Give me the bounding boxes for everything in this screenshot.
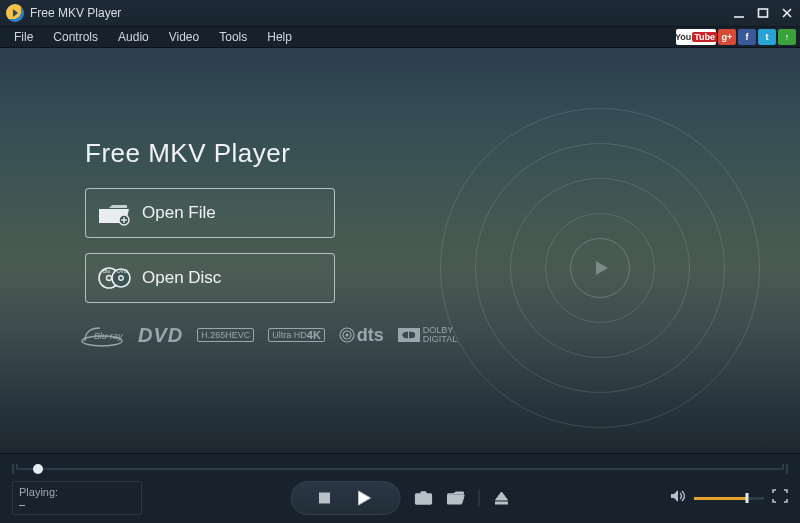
svg-rect-21: [496, 502, 508, 504]
playback-pill: [291, 481, 401, 515]
close-button[interactable]: [780, 6, 794, 20]
volume-control[interactable]: [670, 489, 764, 507]
seek-bar[interactable]: [12, 460, 788, 477]
menu-tools[interactable]: Tools: [209, 28, 257, 46]
open-disc-label: Open Disc: [142, 268, 221, 288]
maximize-button[interactable]: [756, 6, 770, 20]
now-playing-value: –: [19, 498, 135, 510]
eject-button[interactable]: [494, 491, 510, 505]
volume-track[interactable]: [694, 497, 764, 500]
svg-rect-1: [759, 9, 768, 17]
controls-bar: Playing: –: [0, 453, 800, 523]
page-heading: Free MKV Player: [85, 138, 290, 169]
titlebar: Free MKV Player: [0, 0, 800, 26]
play-icon: [570, 238, 630, 298]
volume-knob[interactable]: [745, 493, 748, 503]
bluray-icon: Blu-ray: [80, 323, 124, 347]
dvd-icon: DVD: [138, 324, 183, 347]
now-playing-panel: Playing: –: [12, 481, 142, 515]
social-youtube[interactable]: YouTube: [676, 29, 716, 45]
menu-audio[interactable]: Audio: [108, 28, 159, 46]
svg-point-8: [107, 276, 112, 281]
snapshot-button[interactable]: [415, 491, 433, 505]
uhd4k-badge: Ultra HD4K: [268, 328, 325, 342]
menu-controls[interactable]: Controls: [43, 28, 108, 46]
svg-text:Blu-ray: Blu-ray: [94, 331, 123, 341]
social-twitter[interactable]: t: [758, 29, 776, 45]
open-file-label: Open File: [142, 203, 216, 223]
menu-video[interactable]: Video: [159, 28, 209, 46]
social-googleplus[interactable]: g+: [718, 29, 736, 45]
app-logo-icon: [6, 4, 24, 22]
main-area: Free MKV Player Open File BluDVD Open Di…: [0, 48, 800, 453]
menu-file[interactable]: File: [4, 28, 43, 46]
play-button[interactable]: [355, 489, 373, 507]
separator: [479, 489, 480, 507]
open-button[interactable]: [447, 491, 465, 505]
social-upload[interactable]: ↑: [778, 29, 796, 45]
folder-plus-icon: [86, 200, 142, 226]
h265-badge: H.265HEVC: [197, 328, 254, 342]
menubar: File Controls Audio Video Tools Help You…: [0, 26, 800, 48]
stop-button[interactable]: [319, 492, 331, 504]
seek-knob[interactable]: [33, 464, 43, 474]
now-playing-label: Playing:: [19, 486, 135, 498]
app-title: Free MKV Player: [30, 6, 121, 20]
svg-point-17: [345, 334, 348, 337]
volume-icon[interactable]: [670, 489, 688, 507]
disc-icon: BluDVD: [86, 264, 142, 292]
menu-help[interactable]: Help: [257, 28, 302, 46]
open-file-button[interactable]: Open File: [85, 188, 335, 238]
play-graphic: [440, 108, 760, 428]
fullscreen-button[interactable]: [772, 489, 788, 507]
svg-rect-18: [320, 493, 330, 503]
social-facebook[interactable]: f: [738, 29, 756, 45]
minimize-button[interactable]: [732, 6, 746, 20]
svg-text:DVD: DVD: [117, 268, 128, 274]
format-badges: Blu-ray DVD H.265HEVC Ultra HD4K dts DOL…: [80, 323, 457, 347]
open-disc-button[interactable]: BluDVD Open Disc: [85, 253, 335, 303]
dolby-icon: DOLBYDIGITAL: [398, 326, 457, 344]
dts-icon: dts: [339, 325, 384, 346]
svg-text:Blu: Blu: [103, 268, 110, 274]
svg-point-20: [421, 496, 427, 502]
